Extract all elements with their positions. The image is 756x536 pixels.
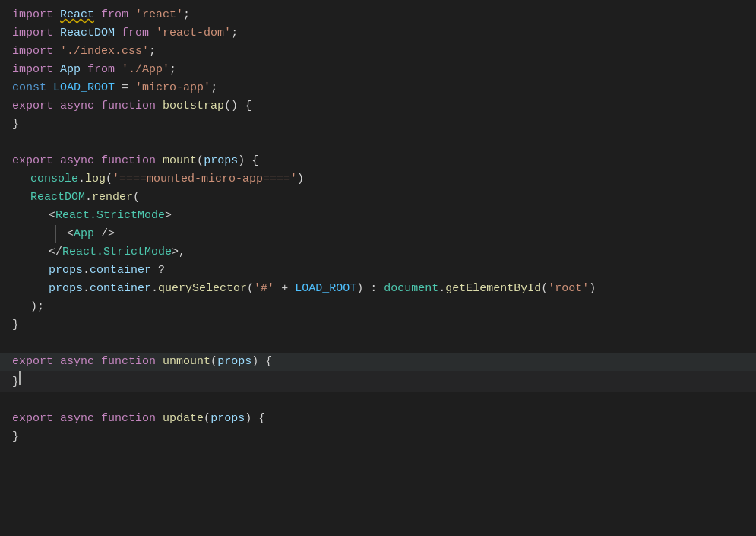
- code-line: export async function bootstrap () {: [0, 97, 756, 116]
- code-line: }: [0, 116, 756, 134]
- function-name: unmount: [163, 353, 210, 371]
- identifier: document: [384, 280, 438, 298]
- keyword-import: import: [12, 61, 53, 79]
- property: container: [90, 280, 151, 298]
- keyword-function: function: [101, 97, 156, 116]
- identifier: LOAD_ROOT: [295, 280, 356, 298]
- identifier: ReactDOM: [60, 24, 115, 43]
- code-editor[interactable]: import React from 'react' ; import React…: [0, 0, 756, 536]
- keyword-async: async: [60, 410, 94, 428]
- method-name: querySelector: [158, 280, 247, 298]
- code-line: export async function mount ( props ) {: [0, 152, 756, 170]
- identifier: console: [30, 170, 78, 189]
- keyword-import: import: [12, 6, 53, 24]
- code-line: import './index.css' ;: [0, 43, 756, 61]
- code-line: [0, 335, 756, 353]
- code-line: < App />: [55, 225, 756, 243]
- keyword-from: from: [87, 61, 115, 79]
- string-literal: '#': [254, 280, 274, 298]
- code-line: [0, 392, 756, 410]
- code-line: [0, 134, 756, 152]
- string-literal: 'react': [135, 6, 183, 24]
- code-line: );: [18, 298, 756, 316]
- jsx-tag: React.StrictMode: [62, 243, 172, 262]
- parameter: props: [204, 152, 238, 170]
- code-line: const LOAD_ROOT = 'micro-app' ;: [0, 79, 756, 97]
- keyword-import: import: [12, 24, 53, 43]
- jsx-tag: App: [74, 225, 94, 243]
- text-cursor: [19, 371, 21, 385]
- jsx-tag: React.StrictMode: [55, 207, 165, 225]
- parameter: props: [217, 353, 251, 371]
- function-name: mount: [163, 152, 197, 170]
- keyword-export: export: [12, 97, 53, 116]
- keyword-async: async: [60, 97, 94, 116]
- keyword-export: export: [12, 410, 53, 428]
- code-line: ReactDOM . render (: [18, 189, 756, 207]
- keyword-async: async: [60, 152, 94, 170]
- identifier: props: [49, 280, 83, 298]
- string-literal: 'micro-app': [135, 79, 210, 97]
- identifier: App: [60, 61, 81, 79]
- code-line: import ReactDOM from 'react-dom' ;: [0, 24, 756, 43]
- identifier: props: [49, 262, 83, 280]
- code-line: }: [0, 316, 756, 335]
- string-literal: './index.css': [60, 43, 149, 61]
- code-line: import React from 'react' ;: [0, 6, 756, 24]
- method-name: render: [92, 189, 133, 207]
- string-literal: '====mounted-micro-app====': [112, 170, 297, 189]
- function-name: bootstrap: [163, 97, 224, 116]
- code-line: import App from './App' ;: [0, 61, 756, 79]
- string-literal: 'react-dom': [156, 24, 231, 43]
- identifier: LOAD_ROOT: [53, 79, 115, 97]
- keyword-from: from: [122, 24, 149, 43]
- keyword-export: export: [12, 152, 53, 170]
- keyword-from: from: [101, 6, 128, 24]
- keyword-async: async: [60, 353, 94, 371]
- keyword-import: import: [12, 43, 53, 61]
- code-line: export async function unmount ( props ) …: [0, 353, 756, 371]
- keyword-export: export: [12, 353, 53, 371]
- keyword-const: const: [12, 79, 46, 97]
- keyword-function: function: [101, 410, 156, 428]
- parameter: props: [210, 410, 245, 428]
- string-literal: 'root': [548, 280, 589, 298]
- code-line: }: [0, 371, 756, 392]
- code-line: props . container . querySelector ( '#' …: [36, 280, 756, 298]
- function-name: update: [163, 410, 204, 428]
- code-line: < React.StrictMode >: [36, 207, 756, 225]
- keyword-function: function: [101, 353, 156, 371]
- code-line: </ React.StrictMode >,: [36, 243, 756, 262]
- code-line: console . log ( '====mounted-micro-app==…: [18, 170, 756, 189]
- method-name: getElementById: [445, 280, 541, 298]
- property: container: [90, 262, 151, 280]
- string-literal: './App': [122, 61, 169, 79]
- keyword-function: function: [101, 152, 156, 170]
- identifier: React: [60, 6, 94, 24]
- code-line: }: [0, 428, 756, 446]
- method-name: log: [85, 170, 106, 189]
- code-line: export async function update ( props ) {: [0, 410, 756, 428]
- code-line: props . container ?: [36, 262, 756, 280]
- identifier: ReactDOM: [30, 189, 85, 207]
